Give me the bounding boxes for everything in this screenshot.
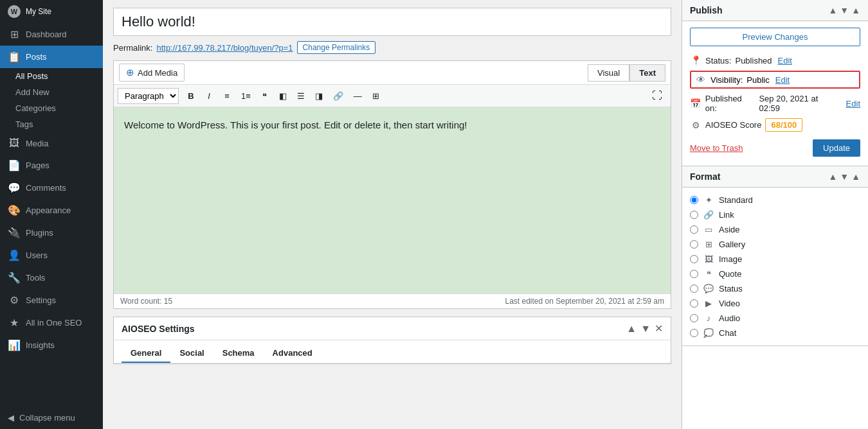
- collapse-menu-button[interactable]: ◀ Collapse menu: [0, 407, 103, 429]
- tab-visual[interactable]: Visual: [588, 64, 629, 82]
- align-center-button[interactable]: ☰: [293, 89, 309, 103]
- permalink-label: Permalink:: [113, 43, 152, 53]
- sidebar-item-appearance[interactable]: 🎨 Appearance: [0, 199, 103, 222]
- status-value: Published: [735, 56, 772, 66]
- sidebar-item-pages[interactable]: 📄 Pages: [0, 154, 103, 177]
- format-option-audio[interactable]: ♪ Audio: [690, 311, 860, 326]
- format-option-link[interactable]: 🔗 Link: [690, 207, 860, 222]
- fullscreen-button[interactable]: ⛶: [647, 87, 667, 104]
- format-radio-video[interactable]: [690, 299, 698, 308]
- align-right-button[interactable]: ◨: [311, 89, 327, 103]
- change-permalinks-button[interactable]: Change Permalinks: [297, 41, 376, 54]
- sidebar-item-label: Dashboard: [26, 30, 67, 39]
- format-radio-chat[interactable]: [690, 329, 698, 337]
- sidebar-subitem-all-posts[interactable]: All Posts: [0, 68, 103, 84]
- editor-footer: Word count: 15 Last edited on September …: [114, 293, 671, 308]
- sidebar-item-dashboard[interactable]: ⊞ Dashboard: [0, 23, 103, 46]
- format-radio-standard[interactable]: [690, 196, 698, 204]
- post-title-input[interactable]: [113, 8, 671, 36]
- visibility-edit-link[interactable]: Edit: [775, 75, 790, 85]
- link-button[interactable]: 🔗: [329, 89, 348, 103]
- sidebar-item-insights[interactable]: 📊 Insights: [0, 334, 103, 356]
- ordered-list-button[interactable]: 1≡: [237, 89, 255, 103]
- format-label-chat: Chat: [719, 328, 736, 338]
- format-radio-gallery[interactable]: [690, 240, 698, 249]
- editor-content[interactable]: Welcome to WordPress. This is your first…: [114, 107, 671, 293]
- update-button[interactable]: Update: [813, 139, 860, 157]
- publish-panel-title: Publish: [690, 5, 723, 15]
- plugins-icon: 🔌: [8, 227, 21, 239]
- format-radio-quote[interactable]: [690, 270, 698, 278]
- move-to-trash-button[interactable]: Move to Trash: [690, 143, 743, 153]
- tab-text[interactable]: Text: [629, 64, 665, 82]
- format-panel-down-button[interactable]: ▼: [840, 171, 849, 182]
- sidebar-item-comments[interactable]: 💬 Comments: [0, 177, 103, 199]
- sidebar-item-posts[interactable]: 📋 Posts: [0, 46, 103, 68]
- publish-panel-down-button[interactable]: ▼: [840, 5, 849, 15]
- aioseo-toggle-button[interactable]: ✕: [655, 322, 663, 335]
- sidebar-item-settings[interactable]: ⚙ Settings: [0, 289, 103, 311]
- blockquote-button[interactable]: ❝: [257, 89, 273, 103]
- permalink-url[interactable]: http://167.99.78.217/blog/tuyen/?p=1: [156, 43, 293, 53]
- format-panel-toggle-button[interactable]: ▲: [851, 171, 860, 182]
- collapse-label: Collapse menu: [19, 413, 75, 423]
- format-radio-image[interactable]: [690, 255, 698, 263]
- paragraph-select[interactable]: Paragraph: [118, 88, 179, 104]
- aioseo-tab-social[interactable]: Social: [170, 344, 213, 363]
- format-option-standard[interactable]: ✦ Standard: [690, 193, 860, 207]
- publish-panel-toggle-button[interactable]: ▲: [851, 5, 860, 15]
- format-label-image: Image: [719, 254, 742, 264]
- calendar-icon: 📅: [690, 98, 701, 109]
- aioseo-score-value: 68/100: [765, 118, 802, 132]
- aioseo-collapse-down-button[interactable]: ▼: [640, 322, 651, 335]
- aioseo-collapse-up-button[interactable]: ▲: [626, 322, 637, 335]
- unordered-list-button[interactable]: ≡: [219, 89, 235, 103]
- format-label-status: Status: [719, 284, 743, 293]
- sidebar-logo[interactable]: W My Site: [0, 0, 103, 23]
- sidebar-item-users[interactable]: 👤 Users: [0, 244, 103, 267]
- visibility-label: Visibility:: [710, 75, 743, 85]
- format-panel-up-button[interactable]: ▲: [828, 171, 837, 182]
- add-media-button[interactable]: ⊕ Add Media: [119, 64, 185, 82]
- format-radio-aside[interactable]: [690, 225, 698, 234]
- format-panel-title: Format: [690, 171, 720, 182]
- aioseo-tab-general[interactable]: General: [122, 344, 170, 363]
- aioseo-tab-schema[interactable]: Schema: [213, 344, 264, 363]
- bold-button[interactable]: B: [183, 89, 199, 103]
- sidebar-item-plugins[interactable]: 🔌 Plugins: [0, 222, 103, 244]
- sidebar-item-tools[interactable]: 🔧 Tools: [0, 267, 103, 289]
- sidebar-item-media[interactable]: 🖼 Media: [0, 132, 103, 154]
- content-area: Permalink: http://167.99.78.217/blog/tuy…: [103, 0, 682, 429]
- format-option-quote[interactable]: ❝ Quote: [690, 267, 860, 281]
- sidebar-item-aioseo[interactable]: ★ All in One SEO: [0, 311, 103, 334]
- format-toolbar: Paragraph B I ≡ 1≡ ❝ ◧ ☰ ◨ 🔗 — ⊞ ⛶: [114, 85, 671, 107]
- format-label-aside: Aside: [719, 225, 740, 234]
- aioseo-tab-advanced[interactable]: Advanced: [264, 344, 321, 363]
- format-option-aside[interactable]: ▭ Aside: [690, 222, 860, 237]
- sidebar-subitem-add-new[interactable]: Add New: [0, 84, 103, 100]
- word-count-label: Word count: 15: [120, 297, 172, 306]
- format-option-gallery[interactable]: ⊞ Gallery: [690, 237, 860, 252]
- align-left-button[interactable]: ◧: [275, 89, 291, 103]
- preview-changes-button[interactable]: Preview Changes: [690, 28, 860, 46]
- horizontal-rule-button[interactable]: —: [349, 89, 366, 103]
- format-option-chat[interactable]: 💭 Chat: [690, 326, 860, 340]
- word-count-value: 15: [164, 297, 172, 306]
- status-row: 📍 Status: Published Edit: [690, 53, 860, 68]
- aioseo-icon: ★: [8, 317, 21, 329]
- aioseo-score-label: AIOSEO Score: [705, 120, 761, 130]
- site-name-label: My Site: [26, 7, 51, 16]
- italic-button[interactable]: I: [201, 89, 217, 103]
- published-on-edit-link[interactable]: Edit: [846, 99, 860, 109]
- format-option-image[interactable]: 🖼 Image: [690, 252, 860, 267]
- sidebar-subitem-categories[interactable]: Categories: [0, 100, 103, 116]
- format-option-status[interactable]: 💬 Status: [690, 281, 860, 296]
- status-edit-link[interactable]: Edit: [778, 56, 792, 66]
- format-radio-audio[interactable]: [690, 314, 698, 322]
- publish-panel-up-button[interactable]: ▲: [828, 5, 837, 15]
- table-button[interactable]: ⊞: [368, 89, 384, 103]
- format-radio-link[interactable]: [690, 211, 698, 219]
- sidebar-subitem-tags[interactable]: Tags: [0, 116, 103, 132]
- format-radio-status[interactable]: [690, 285, 698, 293]
- format-option-video[interactable]: ▶ Video: [690, 296, 860, 311]
